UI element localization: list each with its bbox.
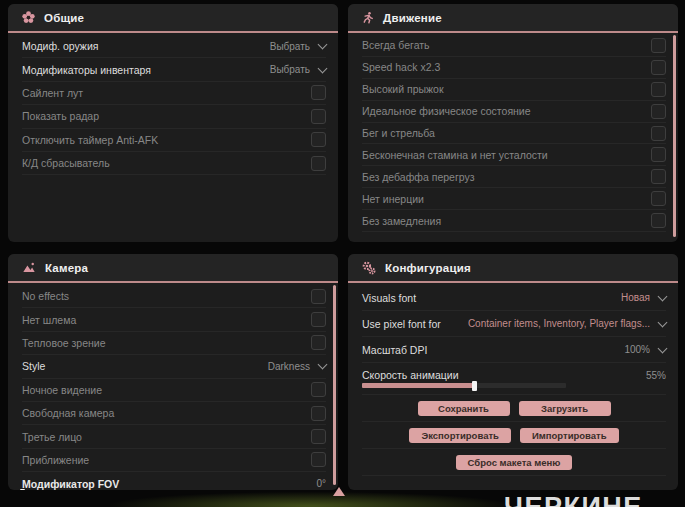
row-label: Бесконечная стамина и нет усталости [362, 149, 548, 161]
dropdown[interactable]: Darkness [268, 361, 326, 372]
checkbox[interactable] [651, 38, 666, 53]
row-label: Бег и стрельба [362, 127, 435, 139]
dropdown-value: 100% [624, 344, 650, 355]
checkbox[interactable] [311, 109, 326, 124]
row-label: Третье лицо [22, 431, 82, 443]
dropdown[interactable]: Выбрать [270, 64, 326, 75]
row-checkbox: Тепловое зрение [22, 332, 326, 355]
scrollbar[interactable] [333, 285, 336, 485]
checkbox[interactable] [311, 382, 326, 397]
action-button[interactable]: Сохранить [418, 401, 510, 416]
checkbox[interactable] [651, 82, 666, 97]
mountains-icon [22, 261, 36, 274]
checkbox[interactable] [311, 156, 326, 171]
row-slider: Скорость анимации55% [362, 363, 666, 395]
row-checkbox: Свободная камера [22, 402, 326, 425]
action-button[interactable]: Импортировать [520, 428, 619, 443]
slider-row-top: Модификатор FOV0° [22, 478, 326, 490]
row-dropdown: StyleDarkness [22, 355, 326, 378]
panel-body: Visuals fontНоваяUse pixel font forConta… [348, 283, 678, 476]
background-location-text: ЧЕРКИНЕ [504, 492, 643, 507]
action-button[interactable]: Экспортировать [409, 428, 510, 443]
row-checkbox: Всегда бегать [362, 35, 666, 57]
chevron-down-icon [658, 317, 668, 327]
chevron-down-icon [658, 343, 668, 353]
row-label: Тепловое зрение [22, 337, 106, 349]
row-label: Скорость анимации [362, 369, 459, 381]
dropdown[interactable]: Выбрать [270, 41, 326, 52]
checkbox[interactable] [651, 60, 666, 75]
dropdown[interactable]: 100% [624, 344, 666, 355]
row-label: Без дебаффа перегруз [362, 171, 475, 183]
checkbox[interactable] [651, 147, 666, 162]
row-label: Style [22, 360, 45, 372]
row-label: Модиф. оружия [22, 40, 98, 52]
slider-thumb[interactable] [20, 489, 25, 490]
panel-camera: Камера No effectsНет шлемаТепловое зрени… [8, 254, 338, 490]
row-label: Сайлент лут [22, 87, 83, 99]
checkbox[interactable] [311, 132, 326, 147]
row-label: Показать радар [22, 110, 99, 122]
action-button[interactable]: Загрузить [519, 401, 611, 416]
slider-row-top: Скорость анимации55% [362, 369, 666, 381]
scrollbar[interactable] [673, 35, 676, 237]
dropdown-value: Container items, Inventory, Player flags… [468, 318, 650, 329]
row-label: Высокий прыжок [362, 83, 444, 95]
checkbox[interactable] [651, 126, 666, 141]
button-row: ЭкспортироватьИмпортировать [362, 422, 666, 449]
checkbox[interactable] [651, 104, 666, 119]
panel-movement: Движение Всегда бегатьSpeed hack x2.3Выс… [348, 4, 678, 242]
action-button[interactable]: Сброс макета меню [456, 455, 573, 470]
row-checkbox: Без замедления [362, 210, 666, 232]
checkbox[interactable] [651, 191, 666, 206]
checkbox[interactable] [311, 312, 326, 327]
row-checkbox: Идеальное физическое состояние [362, 101, 666, 123]
row-checkbox: Нет шлема [22, 308, 326, 331]
row-label: Use pixel font for [362, 318, 441, 330]
row-label: Приближение [22, 454, 89, 466]
row-checkbox: Приближение [22, 449, 326, 472]
checkbox[interactable] [311, 289, 326, 304]
row-checkbox: Без дебаффа перегруз [362, 166, 666, 188]
dropdown[interactable]: Container items, Inventory, Player flags… [468, 318, 666, 329]
row-label: No effects [22, 290, 69, 302]
row-label: Масштаб DPI [362, 344, 427, 356]
row-dropdown: Модиф. оружияВыбрать [22, 35, 326, 58]
button-row: СохранитьЗагрузить [362, 395, 666, 422]
row-label: Нет инерции [362, 193, 424, 205]
button-row: Сброс макета меню [362, 449, 666, 476]
row-label: Всегда бегать [362, 39, 430, 51]
dropdown-value: Darkness [268, 361, 310, 372]
checkbox[interactable] [311, 429, 326, 444]
row-checkbox: Бег и стрельба [362, 123, 666, 145]
dropdown[interactable]: Новая [621, 292, 666, 303]
row-label: К/Д сбрасыватель [22, 157, 110, 169]
dropdown-value: Выбрать [270, 64, 310, 75]
checkbox[interactable] [311, 452, 326, 467]
slider-value: 0° [316, 478, 326, 489]
row-dropdown: Use pixel font forContainer items, Inven… [362, 311, 666, 337]
row-checkbox: Speed hack x2.3 [362, 57, 666, 79]
row-checkbox: Нет инерции [362, 188, 666, 210]
panel-header: Конфигурация [348, 254, 678, 283]
panel-title: Конфигурация [385, 262, 471, 274]
row-dropdown: Модификаторы инвентаряВыбрать [22, 58, 326, 81]
row-dropdown: Масштаб DPI100% [362, 337, 666, 363]
row-label: Ночное видение [22, 384, 102, 396]
panel-title: Камера [45, 262, 88, 274]
slider-track[interactable] [362, 383, 566, 388]
checkbox[interactable] [651, 169, 666, 184]
checkbox[interactable] [651, 213, 666, 228]
checkbox[interactable] [311, 406, 326, 421]
row-checkbox: Ночное видение [22, 379, 326, 402]
chevron-down-icon [658, 291, 668, 301]
row-dropdown: Visuals fontНовая [362, 285, 666, 311]
panel-body: Всегда бегатьSpeed hack x2.3Высокий прыж… [348, 33, 678, 232]
row-checkbox: Показать радар [22, 105, 326, 128]
slider-thumb[interactable] [472, 381, 477, 391]
checkbox[interactable] [311, 85, 326, 100]
row-label: Нет шлема [22, 314, 76, 326]
slider-value: 55% [646, 370, 666, 381]
flower-icon [22, 11, 35, 24]
checkbox[interactable] [311, 335, 326, 350]
